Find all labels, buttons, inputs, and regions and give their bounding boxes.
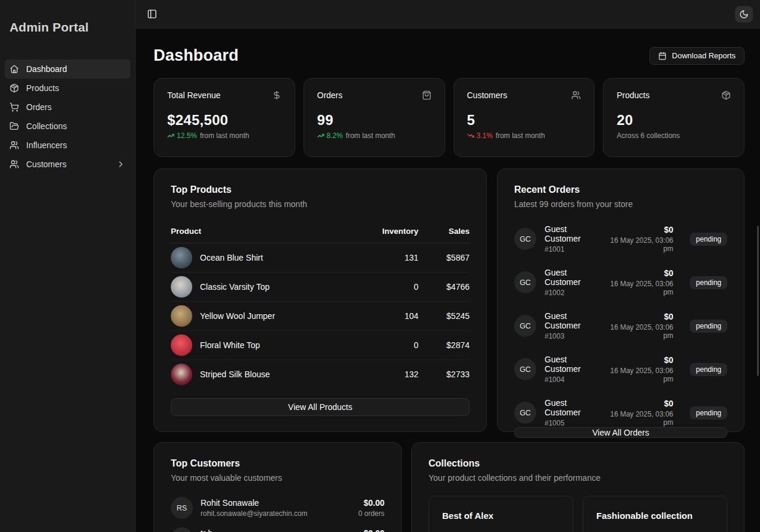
stat-card-products: Products 20 Across 6 collections (603, 78, 745, 157)
collection-item[interactable]: Best of Alex (429, 496, 573, 532)
top-products-table: Product Inventory Sales (171, 222, 470, 389)
chevron-right-icon (116, 159, 126, 169)
order-customer-name: Guest Customer (545, 311, 598, 330)
order-amount: $0 (606, 268, 673, 278)
calendar-icon (658, 52, 667, 60)
package-icon (721, 90, 731, 100)
avatar: RS (171, 497, 193, 519)
sidebar-item-influencers[interactable]: Influencers (5, 136, 130, 155)
avatar: GC (514, 358, 536, 380)
table-row[interactable]: Classic Varsity Top 0 $4766 (171, 273, 470, 302)
sidebar-item-label: Influencers (26, 140, 67, 150)
top-customers-list: RS Rohit Sonawale rohit.sonawale@siyarat… (171, 497, 384, 532)
order-number: #1003 (545, 332, 598, 340)
recent-orders-subtitle: Latest 99 orders from your store (514, 199, 727, 209)
status-badge: pending (690, 233, 727, 246)
collections-title: Collections (429, 458, 727, 469)
top-customers-title: Top Customers (171, 458, 384, 469)
stat-title: Products (617, 90, 649, 100)
view-all-products-button[interactable]: View All Products (171, 398, 470, 416)
order-amount: $0 (606, 225, 673, 234)
product-image (171, 364, 192, 385)
stat-value: 20 (617, 112, 731, 129)
product-sales: $2874 (418, 331, 470, 360)
table-row[interactable]: Yellow Wool Jumper 104 $5245 (171, 302, 470, 331)
avatar: GC (514, 228, 536, 250)
moon-icon (739, 10, 749, 19)
collection-item[interactable]: Fashionable collection (583, 496, 727, 532)
product-sales: $2733 (418, 360, 470, 389)
main-area: Dashboard Download Reports Total Revenue… (136, 0, 760, 532)
trend-text: from last month (496, 132, 545, 140)
order-amount: $0 (606, 355, 673, 365)
order-number: #1002 (545, 289, 598, 297)
theme-toggle-button[interactable] (735, 6, 753, 23)
order-list-item[interactable]: GC Guest Customer #1005 $0 16 May 2025, … (514, 398, 727, 427)
order-list-item[interactable]: GC Guest Customer #1002 $0 16 May 2025, … (514, 268, 727, 297)
product-name: Ocean Blue Shirt (200, 253, 263, 262)
customer-amount: $0.00 (358, 498, 384, 508)
sidebar-toggle-button[interactable] (143, 6, 161, 23)
folder-open-icon (10, 121, 19, 131)
avatar: GC (514, 315, 536, 337)
sidebar-item-products[interactable]: Products (5, 79, 130, 98)
order-amount: $0 (606, 312, 673, 321)
sidebar-item-dashboard[interactable]: Dashboard (5, 60, 130, 79)
status-badge: pending (690, 406, 727, 420)
top-products-rows: Ocean Blue Shirt 131 $5867 (171, 243, 470, 389)
table-row[interactable]: Ocean Blue Shirt 131 $5867 (171, 243, 470, 273)
product-inventory: 0 (353, 331, 418, 360)
order-customer-name: Guest Customer (545, 268, 598, 287)
product-image (171, 305, 192, 327)
product-name: Yellow Wool Jumper (200, 311, 275, 321)
product-inventory: 0 (353, 273, 418, 302)
order-list-item[interactable]: GC Guest Customer #1003 $0 16 May 2025, … (514, 311, 727, 340)
order-number: #1004 (545, 375, 598, 384)
product-inventory: 132 (353, 360, 418, 389)
recent-orders-list: GC Guest Customer #1001 $0 16 May 2025, … (514, 224, 727, 427)
sidebar-item-orders[interactable]: Orders (5, 98, 130, 117)
trend-value: 12.5% (177, 132, 197, 140)
trend-down-indicator: 3.1% (467, 132, 493, 140)
collections-list: Best of Alex Fashionable collection (429, 496, 727, 532)
recent-orders-title: Recent Orders (514, 184, 727, 195)
stat-card-customers: Customers 5 3.1% from last month (454, 78, 595, 157)
recent-orders-card: Recent Orders Latest 99 orders from your… (497, 168, 745, 432)
column-header-product: Product (171, 222, 353, 243)
sidebar-item-label: Products (26, 83, 59, 93)
trend-text: from last month (200, 132, 249, 140)
table-row[interactable]: Floral White Top 0 $2874 (171, 331, 470, 360)
home-icon (10, 64, 19, 74)
order-list-item[interactable]: GC Guest Customer #1001 $0 16 May 2025, … (514, 224, 727, 254)
dashboard-content: Dashboard Download Reports Total Revenue… (136, 29, 760, 532)
avatar: TH (171, 527, 193, 532)
download-reports-button[interactable]: Download Reports (649, 47, 745, 65)
customer-list-item[interactable]: RS Rohit Sonawale rohit.sonawale@siyarat… (171, 497, 384, 519)
sidebar-nav: Dashboard Products Orders Collections In… (5, 60, 130, 174)
customer-list-item[interactable]: TH tr h remoteuswork@gmail.com $0.00 0 o… (171, 527, 384, 532)
order-number: #1005 (545, 419, 598, 427)
customer-name: tr h (201, 528, 285, 532)
order-list-item[interactable]: GC Guest Customer #1004 $0 16 May 2025, … (514, 355, 727, 384)
top-products-card: Top Products Your best-selling products … (154, 168, 487, 432)
topbar (136, 0, 760, 29)
product-image (171, 276, 192, 298)
trend-value: 3.1% (477, 132, 493, 140)
product-sales: $5867 (418, 243, 470, 273)
page-title: Dashboard (154, 46, 239, 65)
scrollbar-thumb[interactable] (757, 226, 759, 376)
stat-cards: Total Revenue $245,500 12.5% from last m… (154, 78, 745, 157)
sidebar-item-collections[interactable]: Collections (5, 117, 130, 136)
status-badge: pending (690, 276, 727, 289)
sidebar-item-customers[interactable]: Customers (5, 155, 130, 174)
order-number: #1001 (545, 245, 598, 254)
sidebar-item-label: Collections (26, 121, 67, 131)
order-customer-name: Guest Customer (545, 398, 598, 417)
sidebar-item-label: Dashboard (26, 64, 67, 74)
table-row[interactable]: Striped Silk Blouse 132 $2733 (171, 360, 470, 389)
view-all-orders-button[interactable]: View All Orders (514, 427, 727, 438)
column-header-inventory: Inventory (353, 222, 418, 243)
stat-title: Total Revenue (167, 90, 221, 100)
trend-up-indicator: 12.5% (167, 132, 197, 140)
customer-amount: $0.00 (358, 528, 384, 532)
